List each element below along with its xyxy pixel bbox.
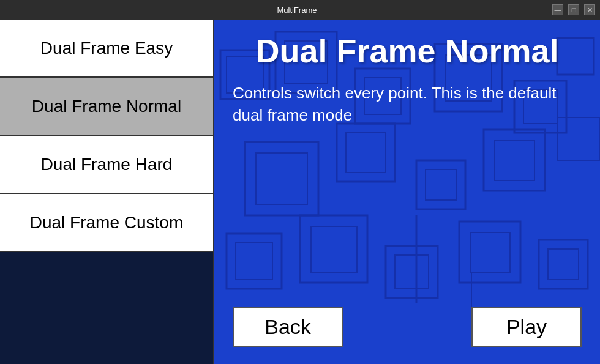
minimize-button[interactable]: — — [552, 4, 563, 15]
play-button[interactable]: Play — [471, 307, 582, 347]
maximize-button[interactable]: □ — [568, 4, 579, 15]
sidebar-item-dual-frame-normal[interactable]: Dual Frame Normal — [0, 78, 213, 136]
sidebar: Dual Frame Easy Dual Frame Normal Dual F… — [0, 20, 214, 364]
sidebar-item-dual-frame-hard[interactable]: Dual Frame Hard — [0, 136, 213, 194]
sidebar-item-dual-frame-custom[interactable]: Dual Frame Custom — [0, 194, 213, 252]
content-panel: Dual Frame Normal Controls switch every … — [214, 20, 600, 364]
mode-description: Controls switch every point. This is the… — [233, 82, 582, 302]
title-bar: MultiFrame — □ ✕ — [0, 0, 600, 20]
window-title: MultiFrame — [42, 6, 552, 15]
main-content: Dual Frame Easy Dual Frame Normal Dual F… — [0, 20, 600, 364]
mode-title: Dual Frame Normal — [233, 32, 582, 70]
close-button[interactable]: ✕ — [584, 4, 595, 15]
sidebar-bottom — [0, 252, 213, 364]
sidebar-item-dual-frame-easy[interactable]: Dual Frame Easy — [0, 20, 213, 78]
back-button[interactable]: Back — [233, 307, 343, 347]
window-controls[interactable]: — □ ✕ — [552, 4, 595, 15]
content-overlay: Dual Frame Normal Controls switch every … — [214, 20, 600, 364]
bottom-buttons: Back Play — [233, 302, 582, 352]
